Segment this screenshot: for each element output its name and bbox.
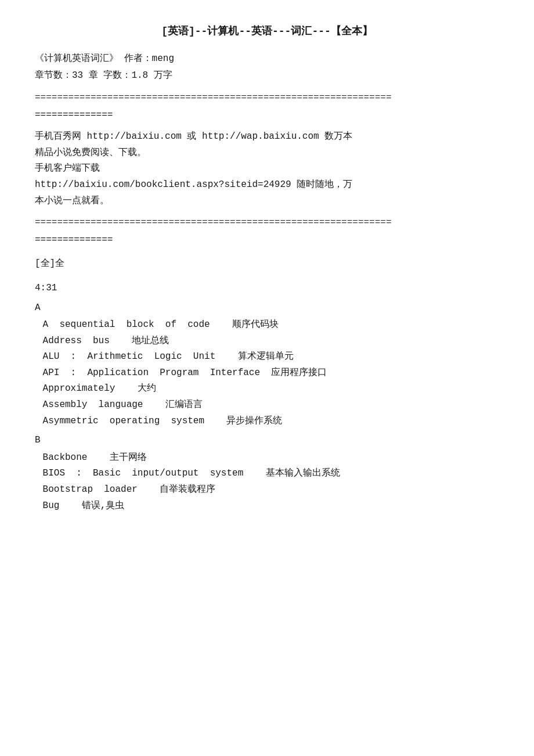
vocab-item-b3: Bootstrap loader 自举装载程序 [35, 483, 499, 498]
vocab-item-b2: BIOS : Basic input/output system 基本输入输出系… [35, 466, 499, 481]
divider-bottom-short: ============== [35, 233, 499, 248]
vocab-item-b1: Backbone 主干网络 [35, 451, 499, 466]
book-title-meta: 《计算机英语词汇》 作者：meng [35, 52, 499, 67]
divider-top-short: ============== [35, 108, 499, 123]
chapter-meta: 章节数：33 章 字数：1.8 万字 [35, 69, 499, 84]
letter-heading-b: B [35, 433, 499, 448]
promo-text-3: 手机客户端下载 [35, 161, 499, 177]
vocab-item-7: Asymmetric operating system 异步操作系统 [35, 414, 499, 429]
promo-text-2: 精品小说免费阅读、下载。 [35, 146, 499, 161]
promo-text-1: 手机百秀网 http://baixiu.com 或 http://wap.bai… [35, 129, 499, 145]
vocab-item-4: API : Application Program Interface 应用程序… [35, 366, 499, 381]
vocab-list-b: Backbone 主干网络 BIOS : Basic input/output … [35, 451, 499, 513]
vocab-list-a: A sequential block of code 顺序代码块 Address… [35, 318, 499, 429]
promo-text-5: 本小说一点就看。 [35, 194, 499, 209]
letter-heading-a: A [35, 301, 499, 316]
divider-top-long: ========================================… [35, 91, 499, 106]
vocab-item-5: Approximately 大约 [35, 381, 499, 397]
vocab-item-3: ALU : Arithmetic Logic Unit 算术逻辑单元 [35, 350, 499, 365]
divider-bottom-long: ========================================… [35, 215, 499, 231]
section-label: [全]全 [35, 257, 499, 272]
vocab-item-2: Address bus 地址总线 [35, 334, 499, 349]
timestamp: 4:31 [35, 281, 499, 296]
vocab-item-b4: Bug 错误,臭虫 [35, 499, 499, 514]
vocab-item-6: Assembly language 汇编语言 [35, 398, 499, 413]
promo-text-4: http://baixiu.com/bookclient.aspx?siteid… [35, 178, 499, 193]
page-title: [英语]--计算机--英语---词汇---【全本】 [35, 23, 499, 40]
vocab-item-1: A sequential block of code 顺序代码块 [35, 318, 499, 333]
